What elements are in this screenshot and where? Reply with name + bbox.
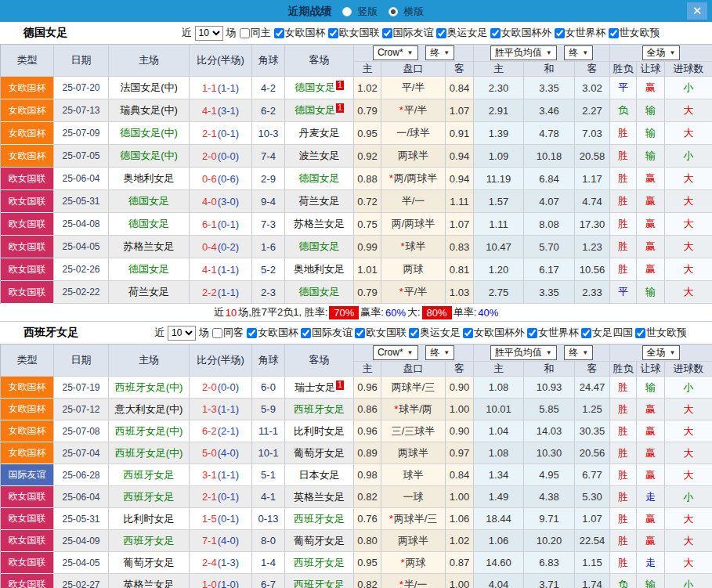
same-venue-checkbox-input[interactable] [240,28,250,38]
half-time-score: (0-1) [218,491,239,503]
competition-filter-checkbox[interactable]: 女欧国杯外 [463,326,525,340]
competition-filter-checkbox[interactable]: 女足四国 [581,326,633,340]
away-odds-cell: 1.00 [446,574,474,588]
match-row: 欧女国联25-06-04西班牙女足2-1(0-1)4-1英格兰女足0.82一球1… [1,486,712,508]
mean-time-dropdown[interactable]: 终▼ [564,345,593,360]
dropdown-value: 终 [569,46,578,60]
checkbox-input[interactable] [527,328,537,338]
competition-filter-checkbox[interactable]: 国际友谊 [382,26,434,40]
away-odds: 0.94 [450,173,469,185]
score-cell: 1-5(0-1) [190,508,252,530]
checkbox-input[interactable] [409,328,419,338]
checkbox-label: 女欧国杯 [258,326,298,340]
home-mean-cell: 1.11 [474,213,524,236]
checkbox-input[interactable] [436,28,446,38]
competition-filter-checkbox[interactable]: 欧女国联 [328,26,380,40]
checkbox-input[interactable] [382,28,392,38]
draw-mean-cell: 10.93 [524,377,575,399]
checkbox-input[interactable] [355,328,365,338]
checkbox-input[interactable] [301,328,311,338]
mean-time-dropdown[interactable]: 终▼ [564,45,593,60]
odds-time-dropdown[interactable]: 终▼ [425,345,454,360]
checkbox-input[interactable] [581,328,591,338]
odds-company-dropdown[interactable]: Crow*▼ [373,345,418,360]
score-cell: 2-0(0-0) [190,145,252,168]
half-time-score: (0-1) [218,513,239,525]
match-row: 女欧国杯25-07-08西班牙女足(中)6-2(2-1)11-1比利时女足0.9… [1,420,712,442]
handicap-result-cell: 赢 [637,530,665,552]
checkbox-input[interactable] [609,28,619,38]
draw-mean-cell: 6.17 [524,258,575,281]
checkbox-input[interactable] [555,28,565,38]
away-odds: 1.02 [450,535,469,547]
scope-dropdown[interactable]: 全场▼ [642,345,681,360]
competition-filter-checkbox[interactable]: 女世界杯 [555,26,606,40]
away-mean: 17.30 [580,218,605,230]
horizontal-layout-label: 横版 [403,5,424,17]
result-cell: 胜 [610,552,637,574]
handicap-cell: 半/一 [381,190,446,213]
away-odds-cell: 0.81 [446,258,474,281]
dropdown-value: 终 [569,346,578,359]
checkbox-input[interactable] [274,28,284,38]
away-odds: 1.00 [450,403,469,415]
mean-type-dropdown[interactable]: 胜平负均值▼ [490,345,557,360]
competition-filter-checkbox[interactable]: 女欧国杯外 [490,26,552,40]
home-mean: 1.04 [489,425,508,437]
competition-filter-checkbox[interactable]: 奥运女足 [436,26,488,40]
competition-filter-checkbox[interactable]: 世女欧预 [635,326,687,340]
rank-badge: 1 [336,381,344,390]
competition-filter-checkbox[interactable]: 女欧国杯 [274,26,326,40]
mean-type-dropdown[interactable]: 胜平负均值▼ [490,45,557,60]
home-mean: 1.11 [489,218,508,230]
home-mean-cell: 10.47 [474,236,524,258]
away-mean: 22.54 [580,535,605,547]
checkbox-input[interactable] [247,328,257,338]
corner-cell: 2-9 [252,168,285,190]
same-venue-checkbox[interactable]: 同主 [240,26,271,40]
away-odds: 0.84 [450,469,469,481]
recent-count-select[interactable]: 10 [195,26,223,41]
horizontal-layout-radio[interactable] [389,7,398,16]
corner-count: 4-1 [261,491,276,503]
competition-filter-checkbox[interactable]: 欧女国联 [355,326,407,340]
home-team-name: 德国女足 [128,218,169,229]
match-date: 25-07-12 [62,404,99,415]
close-button[interactable]: ✕ [687,2,707,20]
away-odds-cell: 0.83 [446,236,474,258]
corner-count: 5-2 [261,264,276,276]
competition-filter-checkbox[interactable]: 女世界杯 [527,326,579,340]
home-mean: 14.60 [486,557,511,568]
scope-dropdown[interactable]: 全场▼ [642,45,681,60]
handicap-result-cell: 赢 [637,77,665,99]
away-team-name: 德国女足 [295,104,335,116]
handicap-line: 平/半 [402,81,425,93]
home-odds-cell: 0.96 [354,420,381,442]
home-odds-cell: 0.82 [354,486,381,508]
competition-filter-checkbox[interactable]: 国际友谊 [301,326,352,340]
checkbox-input[interactable] [635,328,645,338]
away-mean: 1.23 [582,241,602,253]
checkbox-input[interactable] [328,28,338,38]
away-team-cell: 日本女足 [285,464,354,486]
home-mean: 1.49 [489,491,508,503]
competition-cell: 女欧国杯 [1,77,54,99]
odds-company-dropdown[interactable]: Crow*▼ [373,45,418,60]
recent-count-select[interactable]: 10 [168,326,196,341]
home-team-name: 德国女足(中) [120,150,178,161]
away-odds-cell: 1.02 [446,530,474,552]
away-odds: 1.06 [450,513,469,525]
checkbox-input[interactable] [490,28,501,38]
competition-filter-checkbox[interactable]: 世女欧预 [609,26,660,40]
competition-filter-checkbox[interactable]: 奥运女足 [409,326,461,340]
competition-filter-checkbox[interactable]: 女欧国杯 [247,326,298,340]
home-mean-cell: 1.20 [474,258,524,281]
corner-count: 11-1 [258,425,278,437]
checkbox-input[interactable] [463,328,473,338]
handicap-cell: 两/两球半 [381,213,446,236]
vertical-layout-radio[interactable] [342,7,352,16]
odds-time-dropdown[interactable]: 终▼ [425,45,454,60]
same-venue-checkbox[interactable]: 同客 [212,326,244,340]
same-venue-checkbox-input[interactable] [212,328,222,338]
home-mean-cell: 1.57 [474,190,524,213]
